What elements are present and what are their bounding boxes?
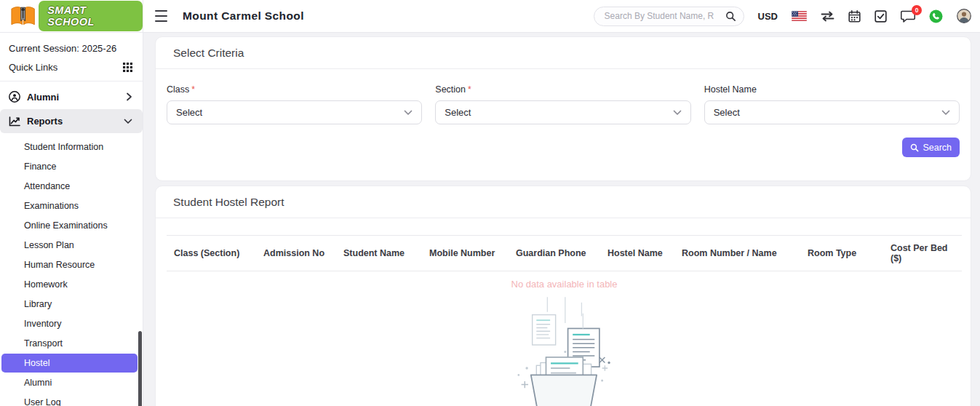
- chevron-down-icon: [941, 110, 950, 116]
- hostel-report-table: Class (Section) Admission No Student Nam…: [167, 235, 962, 291]
- column-header: Cost Per Bed ($): [883, 236, 962, 271]
- section-select-value: Select: [445, 107, 471, 118]
- empty-state-illustration: [505, 297, 621, 406]
- language-flag-icon[interactable]: [792, 11, 807, 21]
- required-mark: *: [191, 84, 195, 95]
- sidebar-item-alumni[interactable]: Alumni: [1, 373, 138, 392]
- chat-button[interactable]: 0: [901, 10, 915, 23]
- column-header: Mobile Number: [422, 236, 509, 271]
- criteria-actions: Search: [156, 124, 971, 180]
- search-icon[interactable]: [725, 11, 736, 22]
- sidebar-group-alumni[interactable]: Alumni: [0, 84, 143, 109]
- current-session-label: Current Session: 2025-26: [0, 39, 143, 57]
- sidebar-item-examinations[interactable]: Examinations: [1, 196, 138, 215]
- class-label: Class*: [167, 84, 422, 95]
- chevron-down-icon: [404, 110, 413, 116]
- sidebar-item-student-information[interactable]: Student Information: [1, 138, 138, 156]
- sidebar-item-human-resource[interactable]: Human Resource: [1, 255, 138, 274]
- sidebar-scrollbar-thumb[interactable]: [138, 331, 142, 406]
- hostel-name-label: Hostel Name: [704, 84, 960, 95]
- empty-row: No data available in table: [167, 271, 962, 292]
- report-table-wrap: Class (Section) Admission No Student Nam…: [156, 218, 971, 406]
- chat-count-badge: 0: [912, 5, 922, 15]
- column-header: Room Number / Name: [674, 236, 800, 271]
- sidebar: Current Session: 2025-26 Quick Links Alu…: [0, 33, 143, 406]
- column-header: Class (Section): [167, 236, 256, 271]
- section-label: Section*: [435, 84, 690, 95]
- quick-links-button[interactable]: Quick Links: [0, 57, 143, 79]
- reports-submenu: Student Information Finance Attendance E…: [0, 138, 143, 406]
- whatsapp-icon: [929, 9, 943, 23]
- global-search-box: [594, 7, 744, 26]
- reports-chart-icon: [9, 116, 20, 127]
- logo[interactable]: SMART SCHOOL: [39, 1, 143, 31]
- sidebar-item-attendance[interactable]: Attendance: [1, 177, 138, 196]
- logo-zone: SMART SCHOOL: [0, 0, 143, 32]
- search-icon: [910, 143, 919, 152]
- global-search-input[interactable]: [605, 11, 725, 21]
- criteria-form: Class* Select Section* Select: [156, 69, 971, 124]
- task-check-icon: [875, 10, 887, 23]
- logo-book-icon: [9, 4, 37, 28]
- empty-message: No data available in table: [167, 271, 962, 292]
- main-content: Select Criteria Class* Select Sect: [143, 33, 980, 406]
- class-select[interactable]: Select: [167, 100, 422, 124]
- chevron-down-icon: [673, 110, 682, 116]
- column-header: Room Type: [800, 236, 883, 271]
- topbar-main: Mount Carmel School USD: [143, 0, 980, 32]
- select-criteria-card: Select Criteria Class* Select Sect: [155, 36, 971, 181]
- hostel-report-card: Student Hostel Report Class (Section) Ad…: [155, 186, 971, 406]
- sidebar-item-library[interactable]: Library: [1, 295, 138, 314]
- criteria-card-title: Select Criteria: [156, 37, 971, 69]
- sidebar-group-label: Reports: [27, 116, 63, 127]
- column-header: Hostel Name: [600, 236, 674, 271]
- column-header: Admission No: [256, 236, 336, 271]
- section-field: Section* Select: [435, 84, 690, 124]
- table-header-row: Class (Section) Admission No Student Nam…: [167, 236, 962, 271]
- hostel-name-select[interactable]: Select: [704, 100, 960, 124]
- grid-icon: [123, 63, 132, 72]
- sidebar-item-user-log[interactable]: User Log: [1, 393, 138, 406]
- sidebar-item-lesson-plan[interactable]: Lesson Plan: [1, 236, 138, 255]
- sidebar-item-finance[interactable]: Finance: [1, 157, 138, 176]
- sidebar-item-online-examinations[interactable]: Online Examinations: [1, 216, 138, 235]
- required-mark: *: [468, 84, 471, 95]
- whatsapp-button[interactable]: [929, 9, 943, 23]
- empty-state: [167, 291, 960, 406]
- calendar-icon: [848, 10, 861, 23]
- section-select[interactable]: Select: [435, 100, 690, 124]
- column-header: Student Name: [336, 236, 422, 271]
- hostel-name-select-value: Select: [714, 107, 740, 118]
- sidebar-item-inventory[interactable]: Inventory: [1, 314, 138, 333]
- session-switch-button[interactable]: [821, 11, 834, 22]
- sidebar-divider: [0, 81, 143, 81]
- swap-arrows-icon: [821, 11, 834, 22]
- avatar-icon: [957, 9, 971, 23]
- calendar-button[interactable]: [848, 10, 861, 23]
- hostel-name-field: Hostel Name Select: [704, 84, 960, 124]
- column-header: Guardian Phone: [509, 236, 600, 271]
- alumni-icon: [9, 91, 20, 103]
- sidebar-group-label: Alumni: [27, 92, 59, 103]
- currency-selector[interactable]: USD: [758, 11, 778, 22]
- tasks-button[interactable]: [875, 10, 887, 23]
- topbar-right: USD: [594, 7, 971, 26]
- search-button-label: Search: [923, 143, 952, 153]
- sidebar-item-homework[interactable]: Homework: [1, 275, 138, 294]
- chevron-right-icon: [126, 92, 132, 101]
- quick-links-label: Quick Links: [9, 62, 57, 73]
- search-button[interactable]: Search: [902, 138, 960, 157]
- user-avatar[interactable]: [957, 9, 971, 23]
- hamburger-menu-button[interactable]: [155, 10, 170, 22]
- report-card-title: Student Hostel Report: [156, 186, 971, 218]
- class-select-value: Select: [176, 107, 202, 118]
- sidebar-item-transport[interactable]: Transport: [1, 334, 138, 353]
- topbar: SMART SCHOOL Mount Carmel School USD: [0, 0, 980, 33]
- sidebar-group-reports[interactable]: Reports: [0, 109, 143, 133]
- sidebar-item-hostel[interactable]: Hostel: [1, 354, 138, 373]
- school-title: Mount Carmel School: [183, 9, 304, 23]
- class-field: Class* Select: [167, 84, 422, 124]
- chevron-down-icon: [124, 119, 132, 124]
